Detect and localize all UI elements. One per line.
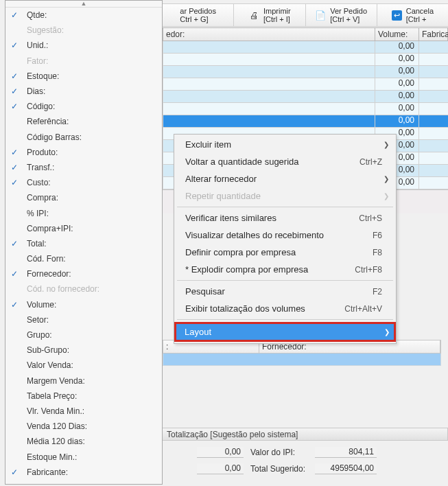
check-icon: ✓	[11, 148, 20, 157]
field-label: Sub-Grupo:	[27, 345, 69, 355]
field-transf[interactable]: ✓Transf.:	[5, 160, 162, 175]
column-volume[interactable]: Volume:	[375, 28, 418, 40]
field-label: Fator:	[27, 56, 48, 66]
field-qtde[interactable]: ✓Qtde:	[5, 8, 162, 23]
table-row[interactable]: 0,00	[163, 66, 448, 78]
menu-layout[interactable]: Layout❯	[174, 322, 396, 342]
menu-item-label: Voltar a quantidade sugerida	[185, 157, 359, 167]
toolbar-cancelar[interactable]: ↩ Cancela [Ctrl +	[377, 4, 448, 26]
menu-item-label: Alterar fornecedor	[185, 174, 382, 184]
field-estoque[interactable]: ✓Estoque:	[5, 69, 162, 84]
field-label: Transf.:	[27, 163, 54, 172]
check-icon: ✓	[11, 71, 20, 81]
menu-definir-compra-por-empresa[interactable]: Definir compra por empresaF8	[176, 244, 394, 261]
menu-item-label: Excluir item	[185, 139, 382, 150]
menu-alterar-fornecedor[interactable]: Alterar fornecedor❯	[176, 170, 394, 187]
field-label: Sugestão:	[27, 25, 64, 35]
table-row[interactable]: 0,00	[163, 91, 448, 103]
table-row[interactable]: 0,00	[163, 78, 448, 91]
field-label: Estoque:	[27, 71, 59, 81]
table-row[interactable]: 0,00	[163, 54, 448, 66]
toolbar-imprimir[interactable]: 🖨 Imprimir [Ctrl + I]	[233, 4, 305, 26]
menu-voltar-a-quantidade-sugerida[interactable]: Voltar a quantidade sugeridaCtrl+Z	[176, 153, 394, 170]
field-tabelapreço[interactable]: Tabela Preço:	[5, 389, 162, 404]
field-código[interactable]: ✓Código:	[5, 99, 162, 114]
table-row[interactable]: 0,00	[163, 41, 448, 54]
field-label: Referência:	[27, 117, 69, 126]
check-icon: ✓	[11, 239, 20, 248]
printer-icon: 🖨	[248, 10, 259, 21]
chevron-right-icon: ❯	[382, 192, 389, 200]
menu-item-label: Definir compra por empresa	[185, 247, 373, 257]
field-label: Compra:	[27, 193, 58, 202]
field-compra[interactable]: Compra:	[5, 190, 162, 205]
check-icon: ✓	[11, 40, 20, 50]
field-venda120dias[interactable]: Venda 120 Dias:	[5, 419, 162, 434]
field-volume[interactable]: ✓Volume:	[5, 297, 162, 312]
field-margemvenda[interactable]: Margem Venda:	[5, 373, 162, 389]
field-label: Setor:	[27, 315, 49, 325]
field-grupo[interactable]: Grupo:	[5, 327, 162, 343]
field-fator[interactable]: Fator:	[5, 54, 162, 69]
back-icon: ↩	[392, 10, 402, 21]
field-unid[interactable]: ✓Unid.:	[5, 38, 162, 53]
field-label: Qtde:	[27, 10, 47, 20]
table-row[interactable]: 0,00	[163, 115, 448, 128]
totals-v2-row0: 804,11	[315, 447, 377, 458]
totals-v1-row0: 0,00	[197, 447, 244, 458]
field-label: Valor Venda:	[27, 360, 73, 370]
check-icon: ✓	[11, 300, 20, 310]
field-códigobarras[interactable]: Código Barras:	[5, 130, 162, 145]
menu-visualizar-detalhes-do-recebimento[interactable]: Visualizar detalhes do recebimentoF6	[176, 227, 394, 244]
field-códforn[interactable]: Cód. Forn:	[5, 251, 162, 266]
menu-item-shortcut: F2	[373, 287, 382, 297]
secondary-row[interactable]	[163, 354, 441, 366]
column-chooser[interactable]: ▲ ✓Qtde:Sugestão:✓Unid.:Fator:✓Estoque:✓…	[5, 0, 163, 485]
field-sub-grupo[interactable]: Sub-Grupo:	[5, 343, 162, 358]
field-produto[interactable]: ✓Produto:	[5, 145, 162, 160]
field-label: Venda 120 Dias:	[27, 421, 87, 431]
field-label: Estoque Min.:	[27, 452, 77, 462]
field-valorvenda[interactable]: Valor Venda:	[5, 358, 162, 373]
field-label: Margem Venda:	[27, 376, 85, 386]
field-compraipi[interactable]: Compra+IPI:	[5, 221, 162, 236]
field-label: Cód. no fornecedor:	[27, 284, 99, 294]
toolbar-ver-pedido[interactable]: 📄 Ver Pedido [Ctrl + V]	[305, 4, 377, 26]
field-fornecedor[interactable]: ✓Fornecedor:	[5, 266, 162, 281]
field-estoquemin[interactable]: Estoque Min.:	[5, 449, 162, 464]
table-row[interactable]: 0,00	[163, 103, 448, 115]
context-menu: Excluir item❯Voltar a quantidade sugerid…	[174, 134, 397, 344]
field-ipi[interactable]: % IPI:	[5, 205, 162, 220]
field-média120dias[interactable]: Média 120 dias:	[5, 434, 162, 449]
field-total[interactable]: ✓Total:	[5, 236, 162, 251]
toolbar-gravar-pedidos[interactable]: ar Pedidos Ctrl + G]	[163, 4, 233, 26]
document-icon: 📄	[315, 10, 326, 21]
field-códnofornecedor[interactable]: Cód. no fornecedor:	[5, 281, 162, 297]
menu-item-label: Repetir quantidade	[185, 191, 382, 201]
field-label: Dias:	[27, 86, 45, 96]
menu-verificar-itens-similares[interactable]: Verificar itens similaresCtrl+S	[176, 209, 394, 227]
menu-item-label: Pesquisar	[185, 286, 373, 297]
totals-title: Totalização [Sugestão pelo sistema]	[163, 428, 448, 441]
menu-item-label: Verificar itens similares	[185, 213, 359, 223]
menu-item-shortcut: Ctrl+F8	[355, 265, 382, 275]
menu-exibir-totaliza-o-dos-volumes[interactable]: Exibir totalização dos volumesCtrl+Alt+V	[176, 300, 394, 317]
field-label: Volume:	[27, 300, 56, 310]
field-label: Total:	[27, 239, 47, 248]
check-icon: ✓	[11, 102, 20, 111]
field-label: Código:	[27, 102, 55, 111]
column-fornecedor[interactable]: edor:	[163, 28, 375, 40]
menu-explodir-compra-por-empresa[interactable]: * Explodir compra por empresaCtrl+F8	[176, 261, 394, 278]
field-custo[interactable]: ✓Custo:	[5, 175, 162, 190]
menu-excluir-item[interactable]: Excluir item❯	[176, 136, 394, 153]
scroll-up-icon[interactable]: ▲	[5, 1, 162, 8]
field-sugestão[interactable]: Sugestão:	[5, 23, 162, 38]
column-fabricante[interactable]: Fabrican	[418, 28, 447, 40]
field-fabricante[interactable]: ✓Fabricante:	[5, 465, 162, 480]
menu-pesquisar[interactable]: PesquisarF2	[176, 283, 394, 300]
field-setor[interactable]: Setor:	[5, 312, 162, 327]
field-vlrvendamin[interactable]: Vlr. Venda Min.:	[5, 404, 162, 419]
field-referência[interactable]: Referência:	[5, 114, 162, 129]
menu-item-shortcut: Ctrl+Z	[359, 157, 382, 167]
field-dias[interactable]: ✓Dias:	[5, 84, 162, 99]
